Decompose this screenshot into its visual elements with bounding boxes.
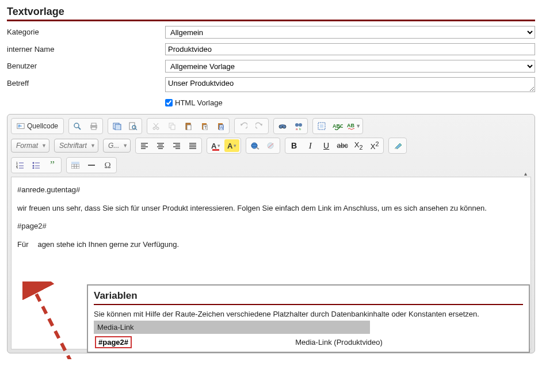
row-internal-name: interner Name — [7, 41, 535, 58]
special-char-button[interactable]: Ω — [100, 159, 115, 172]
user-select[interactable]: Allgemeine Vorlage — [165, 60, 535, 73]
row-user: Benutzer Allgemeine Vorlage — [7, 58, 535, 75]
subject-textarea[interactable]: Unser Produktvideo — [165, 77, 535, 92]
unordered-list-button[interactable] — [29, 159, 44, 172]
svg-text:b: b — [299, 127, 301, 130]
svg-rect-80 — [71, 162, 79, 164]
unlink-button[interactable] — [264, 139, 278, 152]
svg-rect-19 — [171, 125, 175, 130]
blockquote-button[interactable]: ” — [45, 159, 60, 172]
bg-color-button[interactable]: A▾ — [224, 139, 239, 152]
hr-icon — [87, 162, 96, 169]
align-left-icon — [140, 142, 148, 149]
variables-title: Variablen — [94, 290, 523, 305]
svg-point-14 — [153, 127, 155, 130]
source-icon — [17, 122, 25, 130]
format-combo[interactable]: Format▼ — [11, 139, 49, 153]
find-button[interactable] — [275, 120, 290, 132]
toolbar-row-1: Quellcode T W ab ABC ABC▼ — [11, 118, 531, 134]
collapse-toolbar-icon[interactable]: ▴ — [524, 169, 527, 178]
align-justify-button[interactable] — [185, 139, 200, 152]
select-all-icon — [318, 122, 326, 130]
label-internal-name: interner Name — [7, 43, 165, 54]
replace-icon: ab — [294, 122, 303, 130]
superscript-button[interactable]: X2 — [367, 139, 382, 152]
preview-button[interactable] — [70, 120, 85, 132]
editor-container: Quellcode T W ab ABC ABC▼ — [7, 114, 535, 353]
underline-button[interactable]: U — [319, 139, 334, 152]
svg-rect-21 — [187, 125, 191, 130]
link-globe-icon — [250, 142, 259, 150]
subscript-button[interactable]: X2 — [351, 139, 366, 152]
templates-button[interactable] — [109, 120, 124, 132]
source-button[interactable]: Quellcode — [13, 120, 62, 132]
redo-icon — [255, 122, 264, 130]
redo-button[interactable] — [252, 120, 267, 132]
spellcheck-toggle-icon: ABC — [347, 122, 354, 130]
internal-name-input[interactable] — [165, 43, 535, 55]
cut-button[interactable] — [148, 120, 163, 132]
variable-row[interactable]: #page2# Media-Link (Produktvideo) — [94, 334, 523, 352]
label-subject: Betreff — [7, 77, 165, 87]
svg-text:a: a — [296, 127, 298, 130]
print-icon — [89, 122, 98, 130]
strike-button[interactable]: abc — [335, 139, 350, 152]
variables-group-label: Media-Link — [94, 321, 370, 334]
replace-button[interactable]: ab — [291, 120, 306, 132]
link-button[interactable] — [247, 139, 262, 152]
editor-line-3: #page2# — [17, 220, 525, 232]
table-icon — [71, 162, 79, 169]
svg-point-69 — [33, 162, 35, 164]
svg-rect-7 — [91, 123, 96, 125]
eraser-icon — [393, 142, 402, 149]
html-template-checkbox[interactable] — [165, 99, 173, 106]
align-right-button[interactable] — [169, 139, 184, 152]
text-color-button[interactable]: A▾ — [208, 139, 223, 152]
row-html-template: HTML Vorlage — [7, 96, 535, 109]
page-title: Textvorlage — [7, 6, 535, 21]
copy-button[interactable] — [165, 120, 180, 132]
paste-icon — [184, 122, 192, 130]
variable-tag: #page2# — [95, 336, 132, 348]
ul-icon — [32, 162, 40, 169]
align-left-button[interactable] — [137, 139, 152, 152]
spellcheck-button[interactable]: ABC — [330, 120, 345, 132]
ol-icon: 123 — [16, 162, 24, 169]
variables-panel: Variablen Sie können mit Hilfe der Raute… — [87, 284, 530, 353]
editor-line-4: Für Fragen stehe ich Ihnen gerne zur Ver… — [17, 239, 525, 250]
size-combo[interactable]: G...▼ — [103, 139, 131, 153]
page-preview-button[interactable] — [125, 120, 140, 132]
svg-marker-28 — [241, 124, 243, 126]
undo-icon — [239, 122, 247, 130]
bold-button[interactable]: B — [287, 139, 301, 152]
paste-word-button[interactable]: W — [213, 120, 228, 132]
label-user: Benutzer — [7, 60, 165, 70]
svg-point-15 — [157, 127, 159, 130]
svg-point-70 — [33, 165, 35, 167]
align-right-icon — [173, 142, 181, 149]
svg-text:ABC: ABC — [347, 123, 354, 128]
category-select[interactable]: Allgemein — [165, 26, 535, 39]
select-all-button[interactable] — [314, 120, 329, 132]
svg-point-4 — [74, 123, 79, 128]
print-button[interactable] — [86, 120, 101, 132]
hr-button[interactable] — [84, 159, 99, 172]
spellcheck-toggle-button[interactable]: ABC▼ — [346, 120, 361, 132]
row-subject: Betreff Unser Produktvideo — [7, 75, 535, 96]
font-combo[interactable]: Schriftart▼ — [54, 139, 98, 153]
align-center-button[interactable] — [153, 139, 168, 152]
undo-button[interactable] — [236, 120, 251, 132]
row-category: Kategorie Allgemein — [7, 24, 535, 41]
paste-word-icon: W — [216, 122, 224, 130]
paste-button[interactable] — [181, 120, 196, 132]
remove-format-button[interactable] — [390, 139, 405, 152]
cut-icon — [152, 122, 160, 130]
svg-point-34 — [299, 123, 302, 127]
table-button[interactable] — [68, 159, 83, 172]
svg-text:T: T — [204, 125, 207, 130]
paste-text-button[interactable]: T — [197, 120, 212, 132]
ordered-list-button[interactable]: 123 — [13, 159, 28, 172]
italic-button[interactable]: I — [303, 139, 318, 152]
toolbar-row-2: Format▼ Schriftart▼ G...▼ A▾ A▾ B I U ab… — [11, 138, 531, 154]
unlink-globe-icon — [266, 142, 276, 150]
